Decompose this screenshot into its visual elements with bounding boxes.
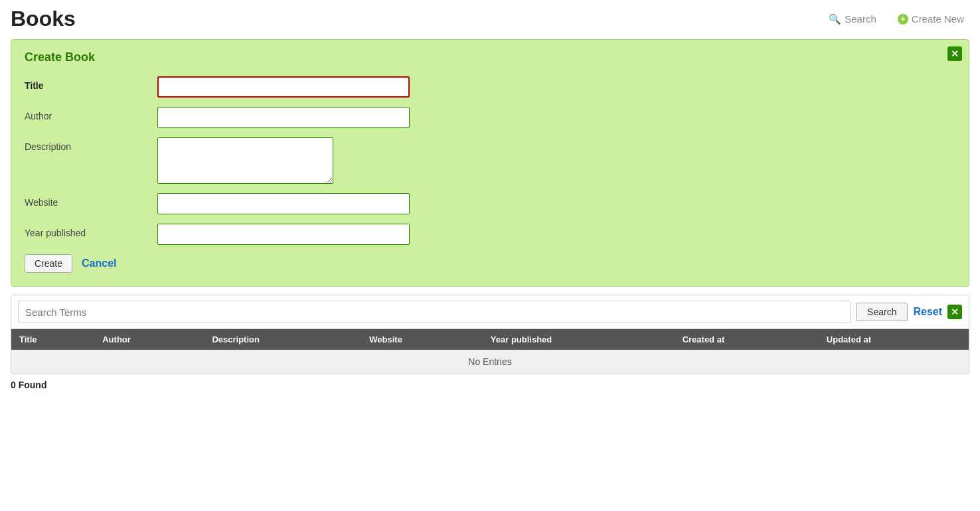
search-button[interactable]: Search [856, 303, 908, 321]
found-label: 0 Found [11, 380, 969, 390]
search-header-icon: 🔍 [829, 13, 841, 25]
description-label: Description [25, 137, 157, 152]
create-book-panel: Create Book ✕ Title Author Description W… [11, 39, 969, 287]
col-title: Title [11, 329, 94, 350]
col-author: Author [94, 329, 204, 350]
col-year-published: Year published [483, 329, 675, 350]
author-label: Author [25, 107, 157, 121]
website-label: Website [25, 193, 157, 208]
author-field-row: Author [25, 107, 955, 128]
description-textarea[interactable] [157, 137, 333, 184]
search-panel-close-button[interactable]: ✕ [947, 305, 962, 319]
results-table: Title Author Description Website Year pu… [11, 329, 969, 374]
website-input[interactable] [157, 193, 410, 214]
website-field-row: Website [25, 193, 955, 214]
author-input[interactable] [157, 107, 410, 128]
form-actions: Create Cancel [25, 254, 955, 273]
title-label: Title [25, 76, 157, 91]
col-description: Description [204, 329, 361, 350]
header-actions: 🔍 Search + Create New [823, 11, 969, 28]
table-body: No Entries [11, 350, 969, 374]
col-updated-at: Updated at [819, 329, 969, 350]
col-created-at: Created at [675, 329, 819, 350]
search-header-label: Search [845, 13, 876, 25]
col-website: Website [361, 329, 483, 350]
create-new-header-button[interactable]: + Create New [892, 11, 969, 27]
create-panel-title: Create Book [25, 50, 955, 64]
page-header: Books 🔍 Search + Create New [11, 7, 969, 31]
table-header: Title Author Description Website Year pu… [11, 329, 969, 350]
empty-row: No Entries [11, 350, 969, 374]
year-published-label: Year published [25, 224, 157, 238]
create-new-label: Create New [912, 13, 964, 25]
create-panel-close-button[interactable]: ✕ [947, 46, 962, 61]
search-bar: Search Reset ✕ [11, 295, 969, 329]
search-panel: Search Reset ✕ Title Author Description … [11, 295, 969, 374]
reset-button[interactable]: Reset [913, 306, 942, 318]
search-terms-input[interactable] [18, 301, 851, 323]
page-title: Books [11, 7, 76, 31]
search-close-icon: ✕ [951, 307, 959, 317]
search-header-button[interactable]: 🔍 Search [823, 11, 882, 28]
title-input[interactable] [157, 76, 410, 98]
empty-message: No Entries [11, 350, 969, 374]
close-icon: ✕ [951, 49, 959, 58]
create-button[interactable]: Create [25, 254, 72, 273]
year-published-field-row: Year published [25, 224, 955, 245]
title-field-row: Title [25, 76, 955, 98]
description-field-row: Description [25, 137, 955, 184]
cancel-button[interactable]: Cancel [82, 257, 116, 269]
create-new-icon: + [898, 14, 908, 25]
year-published-input[interactable] [157, 224, 410, 245]
